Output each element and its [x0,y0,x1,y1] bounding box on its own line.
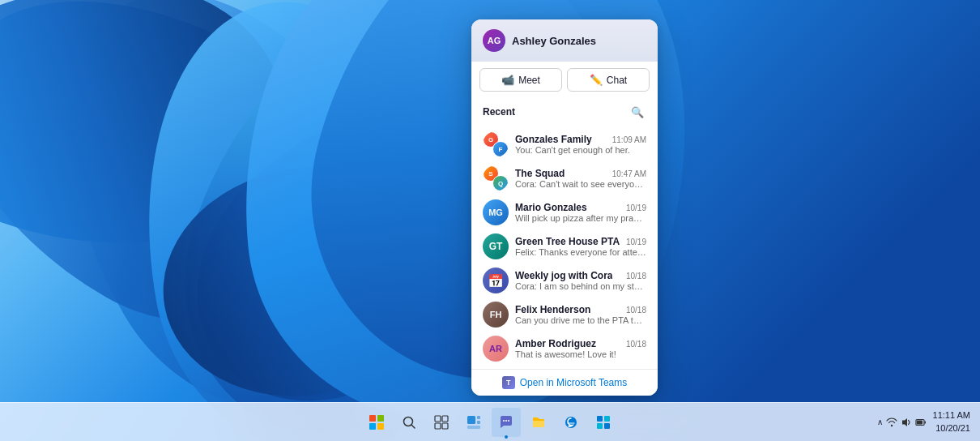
recent-header: Recent 🔍 [483,103,646,121]
clock-date: 10/20/21 [933,422,970,435]
chat-content: Weekly jog with Cora 10/18 Cora: I am so… [515,270,646,291]
svg-rect-13 [467,426,480,429]
teams-icon: T [502,376,515,389]
chat-preview: Cora: Can't wait to see everyone! [515,179,646,189]
svg-marker-23 [902,418,907,426]
taskbar-center [362,408,618,437]
tray-icons[interactable]: ∧ [877,417,927,428]
chat-button[interactable]: ✏️ Chat [567,68,650,92]
chat-content: Felix Henderson 10/18 Can you drive me t… [515,304,646,325]
list-item[interactable]: FH Felix Henderson 10/18 Can you drive m… [471,298,658,332]
open-teams-label: Open in Microsoft Teams [520,377,628,388]
list-item[interactable]: S Q The Squad 10:47 AM Cora: Can't wait … [471,161,658,195]
chat-list: G F Gonzales Family 11:09 AM You: Can't … [471,127,658,369]
meet-label: Meet [518,75,540,86]
chat-panel-header: AG Ashley Gonzales [471,19,658,62]
desktop: AG Ashley Gonzales 📹 Meet ✏️ Chat Recent… [0,0,980,441]
chat-taskbar-button[interactable] [492,408,521,437]
contact-name: Weekly jog with Cora [515,270,612,281]
svg-rect-18 [597,416,603,422]
chat-preview: That is awesome! Love it! [515,349,646,359]
avatar: AR [483,336,509,362]
chat-time: 10/18 [626,272,646,280]
clock-time: 11:11 AM [933,409,970,422]
svg-point-16 [508,420,509,422]
avatar: S Q [483,165,509,191]
chat-time: 10/19 [626,238,646,246]
svg-rect-7 [442,416,448,422]
store-button[interactable] [589,408,618,437]
widgets-button[interactable] [459,408,488,437]
chat-time: 10/18 [626,306,646,315]
svg-rect-8 [435,423,441,429]
svg-rect-1 [377,415,384,422]
svg-rect-20 [597,423,603,429]
chat-content: Green Tree House PTA 10/19 Felix: Thanks… [515,236,646,257]
chat-label: Chat [607,75,627,86]
meet-icon: 📹 [501,74,514,86]
list-item[interactable]: 📅 Weekly jog with Cora 10/18 Cora: I am … [471,263,658,298]
chat-preview: Felix: Thanks everyone for attending tod… [515,247,646,257]
svg-point-14 [503,420,505,422]
contact-name: Mario Gonzales [515,202,587,213]
task-view-button[interactable] [427,408,456,437]
svg-point-22 [890,424,892,426]
chevron-icon[interactable]: ∧ [877,417,883,426]
speaker-icon [901,417,912,428]
svg-point-15 [505,420,507,422]
contact-name: Amber Rodriguez [515,338,596,349]
start-button[interactable] [362,408,391,437]
svg-rect-12 [477,421,480,424]
chat-panel: AG Ashley Gonzales 📹 Meet ✏️ Chat Recent… [471,19,658,396]
chat-content: Mario Gonzales 10/19 Will pick up pizza … [515,202,646,223]
action-buttons: 📹 Meet ✏️ Chat [471,62,658,98]
chat-content: The Squad 10:47 AM Cora: Can't wait to s… [515,168,646,189]
meet-button[interactable]: 📹 Meet [479,68,562,92]
contact-name: The Squad [515,168,565,179]
list-item[interactable]: MG Mario Gonzales 10/19 Will pick up piz… [471,195,658,229]
svg-rect-26 [924,421,926,423]
wifi-icon [886,417,897,428]
taskbar: ∧ 11:11 AM 10/20/21 [0,402,980,441]
system-tray: ∧ 11:11 AM 10/20/21 [877,409,970,435]
file-explorer-button[interactable] [524,408,553,437]
system-clock[interactable]: 11:11 AM 10/20/21 [933,409,970,435]
svg-rect-2 [369,423,376,430]
chat-time: 10/18 [626,340,646,349]
avatar: FH [483,302,509,328]
chat-preview: Cora: I am so behind on my step goals. [515,281,646,291]
svg-rect-6 [435,416,441,422]
chat-preview: Will pick up pizza after my practice. [515,213,646,223]
svg-rect-25 [917,420,922,424]
search-button[interactable] [394,408,424,437]
svg-rect-0 [369,415,376,422]
search-recent-button[interactable]: 🔍 [628,103,646,121]
user-avatar: AG [483,29,505,52]
avatar: GT [483,233,509,259]
avatar: MG [483,199,509,225]
svg-line-5 [411,425,415,428]
chat-icon: ✏️ [590,74,603,86]
list-item[interactable]: GT Green Tree House PTA 10/19 Felix: Tha… [471,229,658,263]
chat-time: 10/19 [626,203,646,212]
list-item[interactable]: AR Amber Rodriguez 10/18 That is awesome… [471,332,658,366]
edge-button[interactable] [556,408,586,437]
svg-rect-19 [604,416,610,422]
list-item[interactable]: G F Gonzales Family 11:09 AM You: Can't … [471,127,658,161]
recent-section: Recent 🔍 [471,98,658,127]
contact-name: Felix Henderson [515,304,590,315]
user-name: Ashley Gonzales [512,35,596,47]
contact-name: Gonzales Family [515,134,592,145]
chat-content: Amber Rodriguez 10/18 That is awesome! L… [515,338,646,359]
svg-rect-11 [477,416,480,419]
open-teams-button[interactable]: T Open in Microsoft Teams [471,369,658,396]
chat-preview: You: Can't get enough of her. [515,145,646,155]
svg-rect-9 [442,423,448,429]
svg-rect-10 [467,416,475,424]
chat-time: 11:09 AM [612,135,646,144]
battery-icon [915,417,927,428]
svg-rect-21 [604,423,610,429]
svg-rect-3 [377,423,384,430]
chat-content: Gonzales Family 11:09 AM You: Can't get … [515,134,646,155]
recent-label: Recent [483,106,515,118]
